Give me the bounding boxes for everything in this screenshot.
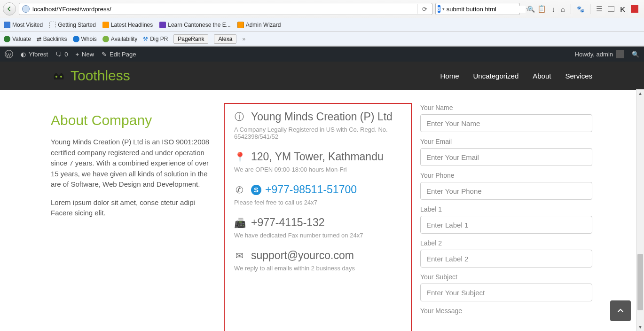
reload-button[interactable]: ⟳ [420, 6, 429, 13]
globe-icon [73, 36, 79, 42]
info-icon: ⓘ [234, 110, 244, 123]
download-icon[interactable]: ↓ [552, 5, 556, 13]
fax: +977-4115-132 [251, 216, 325, 229]
map-marker-icon: 📍 [234, 151, 244, 163]
seo-valuate[interactable]: Valuate [4, 36, 31, 42]
clipboard-icon[interactable]: 📋 [537, 5, 546, 13]
email[interactable]: support@yourco.com [251, 249, 354, 262]
bookmark-most-visited[interactable]: Most Visited [4, 22, 43, 28]
wp-comments[interactable]: 🗨0 [55, 51, 68, 58]
scroll-down-arrow[interactable]: ▼ [636, 323, 644, 331]
form-label-3: Label 1 [420, 205, 592, 213]
phone-link[interactable]: S +977-98511-51700 [251, 183, 357, 196]
rss-icon [102, 22, 109, 28]
nav-services[interactable]: Services [565, 72, 592, 80]
chevron-right-icon[interactable]: » [242, 36, 245, 42]
bookmark-getting-started[interactable]: Getting Started [49, 22, 96, 28]
envelope-icon: ✉ [234, 250, 244, 261]
back-button[interactable] [3, 2, 16, 16]
dollar-icon [4, 36, 10, 42]
url-input[interactable] [32, 6, 414, 13]
about-text-2: Lorem ipsum dolor sit amet, conse ctetur… [51, 197, 215, 219]
form-input-2[interactable] [420, 182, 592, 200]
form-label-1: Your Email [420, 138, 592, 145]
bookmark-latest-headlines[interactable]: Latest Headlines [102, 22, 153, 28]
page-icon [159, 22, 166, 28]
nav-home[interactable]: Home [440, 72, 459, 80]
form-label-2: Your Phone [420, 172, 592, 179]
seo-whois[interactable]: Whois [73, 36, 97, 42]
svg-point-2 [60, 76, 62, 78]
page-icon [4, 22, 10, 28]
fax-sub: We have dedicated Fax number turned on 2… [234, 232, 401, 239]
seo-backlinks[interactable]: ⇄Backlinks [37, 36, 67, 42]
wp-edit-page[interactable]: ✎Edit Page [102, 51, 136, 58]
fax-icon: 📠 [234, 217, 244, 229]
svg-point-1 [55, 76, 57, 78]
link-icon: ⇄ [37, 36, 41, 42]
form-label-4: Label 2 [420, 239, 592, 247]
box-icon [237, 22, 244, 28]
seo-dig-pr[interactable]: ⚒Dig PR [143, 36, 168, 42]
brand-name[interactable]: Toothless [71, 68, 130, 84]
address: 120, YM Tower, Kathmandu [251, 150, 384, 163]
form-input-4[interactable] [420, 250, 592, 268]
form-input-3[interactable] [420, 216, 592, 234]
comment-icon: 🗨 [55, 51, 62, 58]
form-label-0: Your Name [420, 104, 592, 111]
contact-info-panel: ⓘYoung Minds Creation (P) Ltd A Company … [224, 103, 412, 331]
phone-icon: ✆ [234, 184, 244, 196]
k-icon[interactable]: K [620, 5, 625, 13]
contact-form: Your NameYour EmailYour PhoneLabel 1Labe… [420, 104, 592, 331]
search-input[interactable] [447, 6, 526, 13]
menu-icon[interactable]: ☰ [596, 5, 602, 13]
globe-icon [22, 5, 30, 13]
about-text-1: Young Minds Creation (P) Ltd is an ISO 9… [51, 137, 215, 190]
nav-about[interactable]: About [533, 72, 551, 80]
page-scrollbar[interactable]: ▲ ▼ [636, 89, 644, 331]
about-heading: About Company [51, 112, 215, 128]
scroll-thumb[interactable] [637, 254, 643, 310]
avatar [616, 50, 624, 58]
email-sub: We reply to all emails within 2 business… [234, 265, 401, 272]
bookmark-learn-cantonese[interactable]: Learn Cantonese the E... [159, 22, 230, 28]
phone-sub: Please feel free to call us 24x7 [234, 199, 401, 206]
brand-logo [52, 69, 66, 82]
dotted-icon [49, 22, 56, 28]
search-bar[interactable]: 8 ▾ 🔍 [435, 3, 520, 15]
nav-uncategorized[interactable]: Uncategorized [473, 72, 519, 80]
scroll-up-arrow[interactable]: ▲ [636, 89, 644, 97]
paw-icon[interactable]: 🐾 [577, 6, 584, 13]
wp-search-icon[interactable]: 🔍 [632, 51, 639, 58]
form-input-5[interactable] [420, 284, 592, 301]
kaspersky-icon[interactable] [631, 5, 638, 13]
seo-alexa-button[interactable]: Alexa [214, 34, 236, 44]
dig-icon: ⚒ [143, 36, 148, 42]
form-input-0[interactable] [420, 114, 592, 132]
scroll-to-top-button[interactable] [610, 300, 631, 321]
skype-icon: S [251, 185, 261, 195]
seo-availability[interactable]: Availability [102, 36, 137, 42]
company-name: Young Minds Creation (P) Ltd [251, 110, 393, 123]
window-icon[interactable] [608, 6, 614, 12]
star-icon[interactable]: ☆ [526, 5, 532, 13]
home-icon[interactable]: ⌂ [561, 5, 565, 13]
wp-howdy[interactable]: Howdy, admin [575, 50, 624, 58]
check-icon [102, 36, 109, 42]
address-bar[interactable]: ⟳ [19, 3, 432, 15]
bookmark-admin-wizard[interactable]: Admin Wizard [237, 22, 281, 28]
gauge-icon: ◐ [21, 51, 26, 58]
wp-logo[interactable] [5, 50, 13, 58]
google-icon: 8 [438, 5, 440, 13]
wp-new[interactable]: +New [75, 51, 94, 58]
form-input-1[interactable] [420, 148, 592, 166]
seo-pagerank-button[interactable]: PageRank [173, 34, 208, 44]
form-label-6: Your Message [420, 307, 592, 315]
pencil-icon: ✎ [102, 51, 107, 58]
address-sub: We are OPEN 09:00-18:00 hours Mon-Fri [234, 166, 401, 173]
form-label-5: Your Subject [420, 273, 592, 281]
wp-site-link[interactable]: ◐Yforest [21, 51, 48, 58]
dropdown-icon[interactable]: ▾ [442, 7, 445, 11]
plus-icon: + [75, 51, 79, 58]
company-sub: A Company Legally Registered in US with … [234, 126, 401, 140]
